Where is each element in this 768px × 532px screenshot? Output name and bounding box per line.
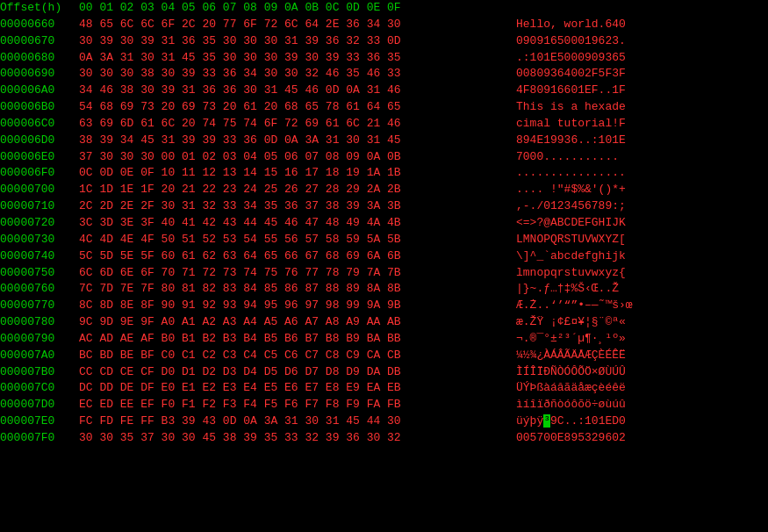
row-ascii: ¼½¾¿ÀÁÂÃÄÅÆÇÈÉÊË [509, 348, 626, 364]
row-ascii: ................ [509, 165, 626, 182]
table-row: 000007A0BC BD BE BF C0 C1 C2 C3 C4 C5 C6… [0, 348, 768, 364]
row-offset: 00000710 [0, 198, 79, 215]
table-row: 000006F00C 0D 0E 0F 10 11 12 13 14 15 16… [0, 165, 768, 182]
row-offset: 00000740 [0, 248, 79, 265]
row-offset: 000007F0 [0, 430, 79, 447]
row-bytes: 34 46 38 30 39 31 36 36 30 31 45 46 0D 0… [79, 83, 509, 99]
row-offset: 000006F0 [0, 165, 79, 182]
row-offset: 00000690 [0, 66, 79, 83]
table-row: 000007B0CC CD CE CF D0 D1 D2 D3 D4 D5 D6… [0, 364, 768, 381]
row-bytes: 3C 3D 3E 3F 40 41 42 43 44 45 46 47 48 4… [79, 215, 509, 232]
row-offset: 00000700 [0, 182, 79, 198]
header-row: Offset(h) 00 01 02 03 04 05 06 07 08 09 … [0, 0, 768, 17]
ascii-text-after: 9C..:101ED0 [550, 414, 626, 428]
row-bytes: DC DD DE DF E0 E1 E2 E3 E4 E5 E6 E7 E8 E… [79, 380, 509, 397]
header-cols: 00 01 02 03 04 05 06 07 08 09 0A 0B 0C 0… [79, 0, 509, 17]
row-offset: 00000670 [0, 33, 79, 50]
row-ascii: ,-./0123456789:; [509, 198, 626, 215]
row-bytes: 7C 7D 7E 7F 80 81 82 83 84 85 86 87 88 8… [79, 281, 509, 298]
table-row: 000006E037 30 30 30 00 01 02 03 04 05 06… [0, 149, 768, 166]
table-row: 000007D0EC ED EE EF F0 F1 F2 F3 F4 F5 F6… [0, 397, 768, 413]
row-ascii: 894E19936..:101E [509, 133, 626, 149]
row-offset: 000006E0 [0, 149, 79, 166]
table-row: 000007E0FC FD FE FF B3 39 43 0D 0A 3A 31… [0, 413, 768, 430]
row-bytes: 8C 8D 8E 8F 90 91 92 93 94 95 96 97 98 9… [79, 298, 509, 314]
row-bytes: 54 68 69 73 20 69 73 20 61 20 68 65 78 6… [79, 99, 509, 116]
table-row: 000006D038 39 34 45 31 39 39 33 36 0D 0A… [0, 133, 768, 149]
row-ascii: 005700E895329602 [509, 430, 626, 447]
row-bytes: 37 30 30 30 00 01 02 03 04 05 06 07 08 0… [79, 149, 509, 166]
row-bytes: 1C 1D 1E 1F 20 21 22 23 24 25 26 27 28 2… [79, 182, 509, 198]
row-offset: 00000680 [0, 50, 79, 67]
row-bytes: 30 30 35 37 30 30 45 38 39 35 33 32 39 3… [79, 430, 509, 447]
row-ascii: ¬.®¯°±²³´µ¶·¸¹º» [509, 331, 626, 348]
row-bytes: BC BD BE BF C0 C1 C2 C3 C4 C5 C6 C7 C8 C… [79, 348, 509, 364]
header-offset: Offset(h) [0, 0, 79, 17]
row-offset: 00000780 [0, 314, 79, 331]
row-bytes: 0A 3A 31 30 31 45 35 30 30 30 39 30 39 3… [79, 50, 509, 67]
row-bytes: 48 65 6C 6C 6F 2C 20 77 6F 72 6C 64 2E 3… [79, 17, 509, 33]
row-offset: 000007B0 [0, 364, 79, 381]
row-bytes: 4C 4D 4E 4F 50 51 52 53 54 55 56 57 58 5… [79, 232, 509, 248]
table-row: 0000069030 30 30 38 30 39 33 36 34 30 30… [0, 66, 768, 83]
row-offset: 00000790 [0, 331, 79, 348]
table-row: 000007F030 30 35 37 30 30 45 38 39 35 33… [0, 430, 768, 447]
row-offset: 000007D0 [0, 397, 79, 413]
table-row: 000007001C 1D 1E 1F 20 21 22 23 24 25 26… [0, 182, 768, 198]
table-row: 000006A034 46 38 30 39 31 36 36 30 31 45… [0, 83, 768, 99]
row-offset: 00000770 [0, 298, 79, 314]
ascii-text: üýþÿ [516, 414, 543, 428]
table-row: 000007304C 4D 4E 4F 50 51 52 53 54 55 56… [0, 232, 768, 248]
row-ascii: Æ.Ż..‘’“”•–—˜™š›œ [509, 298, 633, 314]
row-offset: 000007E0 [0, 413, 79, 430]
row-bytes: 0C 0D 0E 0F 10 11 12 13 14 15 16 17 18 1… [79, 165, 509, 182]
table-row: 000007708C 8D 8E 8F 90 91 92 93 94 95 96… [0, 298, 768, 314]
row-offset: 000006B0 [0, 99, 79, 116]
row-ascii: |}~.ƒ…†‡%Š‹Œ..Ž [509, 281, 619, 298]
row-offset: 000006A0 [0, 83, 79, 99]
table-row: 000006C063 69 6D 61 6C 20 74 75 74 6F 72… [0, 116, 768, 133]
row-ascii: ÌÍÎÏÐÑÒÓÔÕÖ×ØÙÚÛ [509, 364, 626, 381]
row-offset: 00000720 [0, 215, 79, 232]
row-ascii: lmnopqrstuvwxyz{ [509, 265, 626, 282]
row-offset: 000007A0 [0, 348, 79, 364]
row-offset: 00000750 [0, 265, 79, 282]
table-row: 000007607C 7D 7E 7F 80 81 82 83 84 85 86… [0, 281, 768, 298]
row-ascii: Hello, world.640 [509, 17, 626, 33]
row-bytes: CC CD CE CF D0 D1 D2 D3 D4 D5 D6 D7 D8 D… [79, 364, 509, 381]
table-row: 000007C0DC DD DE DF E0 E1 E2 E3 E4 E5 E6… [0, 380, 768, 397]
row-bytes: 63 69 6D 61 6C 20 74 75 74 6F 72 69 61 6… [79, 116, 509, 133]
row-bytes: 38 39 34 45 31 39 39 33 36 0D 0A 3A 31 3… [79, 133, 509, 149]
row-ascii: .... !"#$%&'()*+ [509, 182, 626, 198]
row-bytes: 5C 5D 5E 5F 60 61 62 63 64 65 66 67 68 6… [79, 248, 509, 265]
row-offset: 00000660 [0, 17, 79, 33]
row-bytes: 30 30 30 38 30 39 33 36 34 30 30 32 46 3… [79, 66, 509, 83]
row-offset: 00000760 [0, 281, 79, 298]
table-row: 00000790AC AD AE AF B0 B1 B2 B3 B4 B5 B6… [0, 331, 768, 348]
cursor-highlight: ³ [543, 414, 550, 428]
row-offset: 000007C0 [0, 380, 79, 397]
table-row: 0000067030 39 30 39 31 36 35 30 30 30 31… [0, 33, 768, 50]
hex-viewer: Offset(h) 00 01 02 03 04 05 06 07 08 09 … [0, 0, 768, 532]
row-ascii: <=>?@ABCDEFGHIJK [509, 215, 626, 232]
table-row: 000007203C 3D 3E 3F 40 41 42 43 44 45 46… [0, 215, 768, 232]
table-row: 000006B054 68 69 73 20 69 73 20 61 20 68… [0, 99, 768, 116]
row-offset: 000006D0 [0, 133, 79, 149]
table-row: 000006800A 3A 31 30 31 45 35 30 30 30 39… [0, 50, 768, 67]
row-offset: 000006C0 [0, 116, 79, 133]
row-bytes: FC FD FE FF B3 39 43 0D 0A 3A 31 30 31 4… [79, 413, 509, 430]
row-ascii: LMNOPQRSTUVWXYZ[ [509, 232, 626, 248]
table-row: 000007405C 5D 5E 5F 60 61 62 63 64 65 66… [0, 248, 768, 265]
row-bytes: 30 39 30 39 31 36 35 30 30 30 31 39 36 3… [79, 33, 509, 50]
table-row: 000007809C 9D 9E 9F A0 A1 A2 A3 A4 A5 A6… [0, 314, 768, 331]
row-ascii: \]^_`abcdefghijk [509, 248, 626, 265]
row-ascii: üýþÿ³9C..:101ED0 [509, 413, 626, 430]
row-bytes: EC ED EE EF F0 F1 F2 F3 F4 F5 F6 F7 F8 F… [79, 397, 509, 413]
row-bytes: AC AD AE AF B0 B1 B2 B3 B4 B5 B6 B7 B8 B… [79, 331, 509, 348]
row-offset: 00000730 [0, 232, 79, 248]
row-ascii: .:101E5000909365 [509, 50, 626, 67]
row-ascii: 4F80916601EF..1F [509, 83, 626, 99]
row-bytes: 2C 2D 2E 2F 30 31 32 33 34 35 36 37 38 3… [79, 198, 509, 215]
row-ascii: æ.ŽŸ ¡¢£¤¥¦§¨©ª« [509, 314, 626, 331]
row-bytes: 6C 6D 6E 6F 70 71 72 73 74 75 76 77 78 7… [79, 265, 509, 282]
